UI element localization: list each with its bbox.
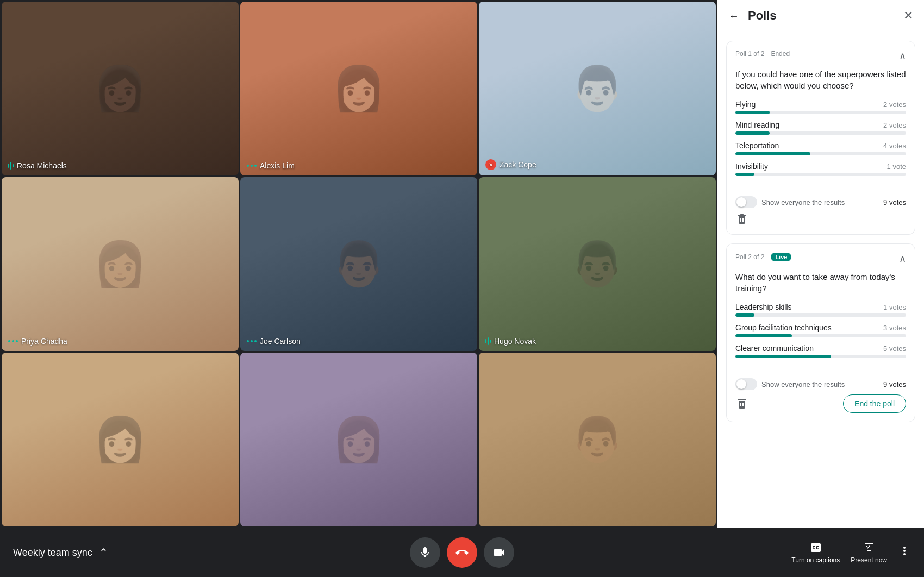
video-cell-9: 👨🏽 <box>479 353 716 526</box>
poll-2-show-results-row: Show everyone the results <box>735 378 845 390</box>
participant-name-1: Rosa Michaels <box>8 161 67 170</box>
bottom-bar: Weekly team sync ⌃ Turn on <box>0 528 924 577</box>
poll-1-delete-button[interactable] <box>735 212 748 225</box>
captions-button[interactable]: Turn on captions <box>791 541 840 564</box>
poll-1-question: If you could have one of the superpowers… <box>735 68 906 91</box>
dots-icon-4 <box>8 340 18 342</box>
poll-1-option-3: Teleportation 4 votes <box>735 141 906 155</box>
more-options-button[interactable] <box>898 544 911 561</box>
poll-1-header: Poll 1 of 2 Ended ∧ <box>735 50 906 62</box>
poll-2-option-3: Clearer communication 5 votes <box>735 344 906 358</box>
audio-active-icon-6 <box>485 337 491 345</box>
poll-2-show-results-label: Show everyone the results <box>761 380 845 388</box>
video-cell-8: 👩🏽 <box>240 353 477 526</box>
mic-muted-icon-3: ✕ <box>485 159 496 170</box>
bottom-left: Weekly team sync ⌃ <box>13 544 176 561</box>
captions-label: Turn on captions <box>791 556 840 564</box>
poll-2-meta: Poll 2 of 2 <box>735 253 764 261</box>
poll-1-option-4: Invisibility 1 vote <box>735 162 906 176</box>
mic-button[interactable] <box>410 537 440 568</box>
end-poll-button[interactable]: End the poll <box>843 394 906 413</box>
audio-active-icon-1 <box>8 162 14 170</box>
participant-name-5: Joe Carlson <box>247 337 301 346</box>
video-cell-5: 👨🏾 Joe Carlson <box>240 177 477 351</box>
poll-2-header: Poll 2 of 2 Live ∧ <box>735 253 906 265</box>
video-cell-7: 👩🏻 <box>2 353 239 526</box>
end-call-icon <box>455 546 469 559</box>
meeting-title: Weekly team sync <box>13 547 92 559</box>
poll-1-show-results-toggle[interactable] <box>735 196 757 208</box>
poll-2-status: Live <box>771 253 791 261</box>
video-cell-1: 👩🏿 Rosa Michaels <box>2 2 239 175</box>
back-button[interactable]: ← <box>728 10 739 22</box>
poll-1-option-2: Mind reading 2 votes <box>735 121 906 135</box>
video-grid: 👩🏿 Rosa Michaels 👩🏻 Alexis Lim <box>0 0 717 528</box>
poll-1-show-results-row: Show everyone the results <box>735 196 845 208</box>
poll-card-1: Poll 1 of 2 Ended ∧ If you could have on… <box>726 41 915 235</box>
poll-1-actions <box>735 212 906 225</box>
participant-name-4: Priya Chadha <box>8 337 67 346</box>
poll-2-option-2: Group facilitation techniques 3 votes <box>735 323 906 337</box>
poll-2-option-1: Leadership skills 1 votes <box>735 303 906 317</box>
poll-1-total-votes: 9 votes <box>883 198 906 206</box>
present-icon <box>863 541 876 554</box>
polls-header: ← Polls ✕ <box>717 0 924 32</box>
poll-1-show-results-label: Show everyone the results <box>761 198 845 206</box>
dots-icon-5 <box>247 340 257 342</box>
bottom-center <box>410 537 514 568</box>
camera-icon <box>492 546 505 559</box>
participant-name-2: Alexis Lim <box>247 161 295 170</box>
polls-panel: ← Polls ✕ Poll 1 of 2 Ended ∧ If you cou… <box>717 0 924 528</box>
poll-2-delete-button[interactable] <box>735 397 748 410</box>
participant-name-3: ✕ Zack Cope <box>485 159 536 170</box>
captions-icon <box>809 541 822 554</box>
video-cell-4: 👩🏽 Priya Chadha <box>2 177 239 351</box>
more-options-icon <box>898 544 911 557</box>
poll-2-actions: End the poll <box>735 394 906 413</box>
dots-icon-2 <box>247 165 257 167</box>
poll-2-show-results-toggle[interactable] <box>735 378 757 390</box>
present-label: Present now <box>851 556 887 564</box>
close-button[interactable]: ✕ <box>903 9 913 23</box>
poll-2-question: What do you want to take away from today… <box>735 271 906 294</box>
video-cell-6: 👨🏿 Hugo Novak <box>479 177 716 351</box>
camera-button[interactable] <box>484 537 514 568</box>
participant-name-6: Hugo Novak <box>485 337 536 346</box>
poll-1-status: Ended <box>771 50 790 58</box>
polls-header-left: ← Polls <box>728 9 777 23</box>
poll-1-collapse-button[interactable]: ∧ <box>899 50 906 62</box>
present-now-button[interactable]: Present now <box>851 541 887 564</box>
bottom-right: Turn on captions Present now <box>748 541 911 564</box>
video-cell-3: 👨🏻 ✕ Zack Cope <box>479 2 716 175</box>
meeting-info-chevron-button[interactable]: ⌃ <box>97 544 110 561</box>
polls-content: Poll 1 of 2 Ended ∧ If you could have on… <box>717 32 924 528</box>
video-cell-2: 👩🏻 Alexis Lim <box>240 2 477 175</box>
poll-card-2: Poll 2 of 2 Live ∧ What do you want to t… <box>726 243 915 422</box>
end-call-button[interactable] <box>447 537 477 568</box>
poll-1-footer: Show everyone the results 9 votes <box>735 190 906 208</box>
trash-icon <box>735 212 748 225</box>
poll-1-option-1: Flying 2 votes <box>735 100 906 114</box>
poll-2-collapse-button[interactable]: ∧ <box>899 253 906 265</box>
polls-title: Polls <box>748 9 777 23</box>
poll-2-footer: Show everyone the results 9 votes <box>735 372 906 390</box>
poll-2-total-votes: 9 votes <box>883 380 906 388</box>
poll-1-meta: Poll 1 of 2 <box>735 50 764 58</box>
trash-icon-2 <box>735 397 748 410</box>
mic-icon <box>419 546 432 559</box>
